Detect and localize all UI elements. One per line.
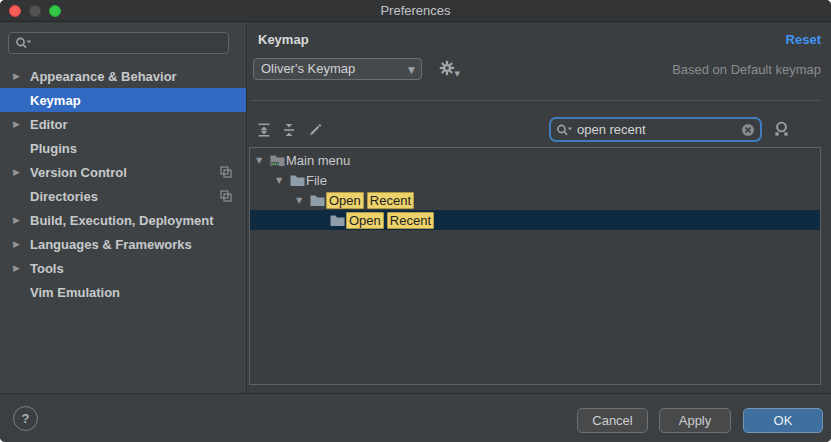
collapse-all-icon bbox=[281, 122, 297, 138]
sidebar-item-label: Vim Emulation bbox=[30, 285, 120, 300]
chevron-right-icon[interactable]: ▶ bbox=[13, 239, 24, 249]
search-match: Open bbox=[346, 212, 384, 229]
main-menu-icon bbox=[269, 154, 286, 167]
keymap-search-field[interactable] bbox=[549, 117, 762, 142]
page-title: Keymap bbox=[258, 32, 309, 47]
minimize-window-button[interactable] bbox=[29, 5, 41, 17]
chevron-right-icon[interactable]: ▶ bbox=[13, 263, 24, 273]
sidebar-item-keymap[interactable]: Keymap bbox=[0, 88, 246, 112]
settings-search-field[interactable] bbox=[8, 32, 229, 54]
chevron-right-icon[interactable]: ▶ bbox=[13, 71, 24, 81]
keymap-settings-button[interactable]: ▼ bbox=[439, 60, 455, 76]
chevron-right-icon[interactable]: ▶ bbox=[13, 119, 24, 129]
keymap-select[interactable]: Oliver's Keymap ▼ bbox=[253, 58, 422, 80]
chevron-down-icon: ▼ bbox=[455, 70, 460, 78]
sidebar-item-build-execution-deployment[interactable]: ▶Build, Execution, Deployment bbox=[0, 208, 246, 232]
window-title: Preferences bbox=[0, 0, 831, 22]
settings-category-list: ▶Appearance & BehaviorKeymap▶EditorPlugi… bbox=[0, 64, 246, 304]
help-button[interactable]: ? bbox=[13, 406, 38, 431]
preferences-window: Preferences ▶Appearance & BehaviorKeymap… bbox=[0, 0, 831, 442]
tree-row-label: OpenRecent bbox=[326, 192, 417, 209]
keymap-panel: Keymap Reset Oliver's Keymap ▼ ▼ Based o… bbox=[248, 23, 831, 393]
expand-all-icon bbox=[256, 122, 272, 138]
keymap-search-input[interactable] bbox=[577, 122, 741, 137]
close-icon bbox=[741, 123, 755, 137]
ok-button[interactable]: OK bbox=[743, 408, 823, 433]
collapse-all-button[interactable] bbox=[280, 121, 298, 139]
sidebar-item-label: Tools bbox=[30, 261, 64, 276]
keymap-select-value: Oliver's Keymap bbox=[261, 61, 355, 76]
chevron-right-icon[interactable]: ▶ bbox=[13, 215, 24, 225]
tree-row[interactable]: ▼File bbox=[250, 170, 820, 190]
search-match: Open bbox=[326, 192, 364, 209]
settings-sidebar: ▶Appearance & BehaviorKeymap▶EditorPlugi… bbox=[0, 23, 247, 393]
sidebar-item-languages-frameworks[interactable]: ▶Languages & Frameworks bbox=[0, 232, 246, 256]
tree-row[interactable]: ▼Main menu bbox=[250, 150, 820, 170]
search-icon bbox=[556, 123, 574, 137]
chevron-down-icon[interactable]: ▼ bbox=[256, 156, 269, 165]
sidebar-item-label: Appearance & Behavior bbox=[30, 69, 177, 84]
sidebar-item-label: Directories bbox=[30, 189, 98, 204]
tree-row-label: Main menu bbox=[286, 153, 350, 168]
chevron-down-icon[interactable]: ▼ bbox=[276, 176, 289, 185]
footer: ? Cancel Apply OK bbox=[0, 393, 831, 442]
folder-icon bbox=[289, 174, 306, 187]
actions-tree-panel: ▼Main menu▼File▼OpenRecentOpenRecent bbox=[249, 147, 821, 385]
sidebar-item-label: Languages & Frameworks bbox=[30, 237, 192, 252]
sidebar-item-label: Plugins bbox=[30, 141, 77, 156]
settings-search-input[interactable] bbox=[33, 36, 222, 51]
sidebar-item-plugins[interactable]: Plugins bbox=[0, 136, 246, 160]
pencil-icon bbox=[307, 122, 323, 138]
edit-shortcut-button[interactable] bbox=[306, 121, 324, 139]
tree-row[interactable]: ▼OpenRecent bbox=[250, 190, 820, 210]
sidebar-item-label: Version Control bbox=[30, 165, 127, 180]
folder-icon bbox=[329, 214, 346, 227]
find-by-shortcut-button[interactable] bbox=[772, 120, 791, 137]
sidebar-item-appearance-behavior[interactable]: ▶Appearance & Behavior bbox=[0, 64, 246, 88]
tree-row-label: File bbox=[306, 173, 327, 188]
reset-link[interactable]: Reset bbox=[786, 32, 821, 47]
sidebar-item-vim-emulation[interactable]: Vim Emulation bbox=[0, 280, 246, 304]
search-match: Recent bbox=[387, 212, 434, 229]
per-project-icon bbox=[220, 166, 232, 178]
sidebar-item-label: Keymap bbox=[30, 93, 81, 108]
actions-tree: ▼Main menu▼File▼OpenRecentOpenRecent bbox=[250, 148, 820, 230]
chevron-right-icon[interactable]: ▶ bbox=[13, 167, 24, 177]
cancel-button[interactable]: Cancel bbox=[577, 408, 648, 433]
expand-all-button[interactable] bbox=[255, 121, 273, 139]
sidebar-item-directories[interactable]: Directories bbox=[0, 184, 246, 208]
sidebar-item-version-control[interactable]: ▶Version Control bbox=[0, 160, 246, 184]
search-match: Recent bbox=[367, 192, 414, 209]
find-by-shortcut-icon bbox=[772, 120, 791, 137]
sidebar-item-label: Editor bbox=[30, 117, 68, 132]
clear-search-button[interactable] bbox=[741, 123, 755, 137]
per-project-icon bbox=[220, 190, 232, 202]
chevron-down-icon: ▼ bbox=[408, 60, 415, 80]
based-on-label: Based on Default keymap bbox=[672, 62, 821, 77]
zoom-window-button[interactable] bbox=[49, 5, 61, 17]
sidebar-item-tools[interactable]: ▶Tools bbox=[0, 256, 246, 280]
close-window-button[interactable] bbox=[9, 5, 21, 17]
gear-icon bbox=[439, 60, 455, 76]
apply-button[interactable]: Apply bbox=[659, 408, 731, 433]
tree-row-label: OpenRecent bbox=[346, 212, 437, 229]
folder-icon bbox=[309, 194, 326, 207]
sidebar-item-editor[interactable]: ▶Editor bbox=[0, 112, 246, 136]
sidebar-item-label: Build, Execution, Deployment bbox=[30, 213, 213, 228]
search-icon bbox=[15, 36, 33, 50]
titlebar: Preferences bbox=[0, 0, 831, 22]
header-separator bbox=[250, 100, 820, 101]
chevron-down-icon[interactable]: ▼ bbox=[296, 196, 309, 205]
tree-row[interactable]: OpenRecent bbox=[250, 210, 820, 230]
